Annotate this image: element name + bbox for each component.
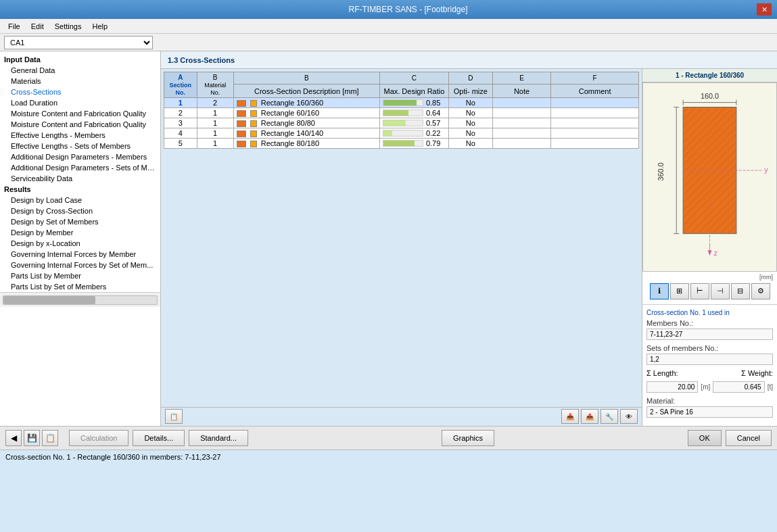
sidebar-item-general-data[interactable]: General Data	[0, 65, 160, 76]
members-no-label: Members No.:	[646, 319, 773, 327]
sidebar-item-design-load-case[interactable]: Design by Load Case	[0, 195, 160, 205]
settings-icon-btn[interactable]: ⚙	[751, 283, 770, 299]
table-row[interactable]: 5 1 Rectangle 80/180 0.79 No	[164, 139, 639, 149]
sidebar-item-moisture-1[interactable]: Moisture Content and Fabrication Quality	[0, 108, 160, 119]
length-value-input[interactable]	[646, 381, 698, 393]
table-row[interactable]: 4 1 Rectangle 140/140 0.22 No	[164, 128, 639, 139]
length-value-row: [m] [t]	[646, 381, 773, 393]
sidebar-item-adp-members[interactable]: Additional Design Parameters - Members	[0, 151, 160, 162]
sidebar-item-parts-set[interactable]: Parts List by Set of Members	[0, 281, 160, 292]
material-no-cell: 1	[197, 128, 233, 139]
table-right-btn-group: 📥 📤 🔧 👁	[561, 409, 638, 424]
cancel-button[interactable]: Cancel	[726, 430, 772, 446]
input-data-section: Input Data	[0, 54, 160, 65]
content-area: Input Data General Data Materials Cross-…	[0, 51, 777, 426]
optimize-cell: No	[448, 118, 492, 128]
sets-members-input[interactable]	[646, 354, 773, 365]
sidebar-item-moisture-2[interactable]: Moisture Content and Fabrication Quality	[0, 119, 160, 130]
sidebar-item-design-x-location[interactable]: Design by x-Location	[0, 238, 160, 249]
members-no-input[interactable]	[646, 329, 773, 340]
info-icon-btn[interactable]: ℹ	[650, 283, 669, 299]
col-d-header: D	[448, 72, 492, 84]
col-b-material-header: BMaterialNo.	[197, 72, 233, 98]
sidebar-item-design-member[interactable]: Design by Member	[0, 227, 160, 238]
sidebar-item-cross-sections[interactable]: Cross-Sections	[0, 87, 160, 97]
sets-members-label: Sets of members No.:	[646, 344, 773, 352]
sidebar-item-gov-forces-set[interactable]: Governing Internal Forces by Set of Mem.…	[0, 260, 160, 270]
note-cell	[492, 118, 550, 128]
calculation-button[interactable]: Calculation	[69, 430, 128, 446]
optimize-cell: No	[448, 98, 492, 108]
preview-canvas: 160.0	[642, 82, 777, 272]
details-button[interactable]: Details...	[133, 430, 185, 446]
sidebar-item-parts-member[interactable]: Parts List by Member	[0, 270, 160, 281]
measure-v-icon-btn[interactable]: ⊣	[711, 283, 730, 299]
col-comment-subheader: Comment	[551, 84, 639, 98]
table-toolbar: 📋 📥 📤 🔧 👁	[161, 407, 642, 426]
material-input[interactable]	[646, 406, 773, 418]
filter-button[interactable]: 🔧	[601, 409, 618, 424]
cross-section-used-title: Cross-section No. 1 used in	[646, 309, 773, 316]
col-desc-subheader: Cross-Section Description [mm]	[233, 84, 379, 98]
grid-icon-btn[interactable]: ⊟	[731, 283, 750, 299]
sidebar: Input Data General Data Materials Cross-…	[0, 51, 161, 426]
section-no-cell: 5	[164, 139, 197, 149]
table-row[interactable]: 2 1 Rectangle 60/160 0.64 No	[164, 108, 639, 118]
sidebar-item-design-cross-section[interactable]: Design by Cross-Section	[0, 205, 160, 216]
col-note-subheader: Note	[492, 84, 550, 98]
sum-weight-label: Σ Weight:	[741, 369, 773, 377]
sidebar-item-eff-lengths-sets[interactable]: Effective Lengths - Sets of Members	[0, 141, 160, 151]
col-ratio-subheader: Max. Design Ratio	[379, 84, 448, 98]
optimize-cell: No	[448, 128, 492, 139]
window-title: RF-TIMBER SANS - [Footbridge]	[60, 5, 757, 14]
table-row[interactable]: 1 2 Rectangle 160/360 0.85 No	[164, 98, 639, 108]
menu-help[interactable]: Help	[87, 21, 113, 32]
menu-edit[interactable]: Edit	[26, 21, 49, 32]
ok-button[interactable]: OK	[688, 430, 722, 446]
view-button[interactable]: 👁	[620, 409, 638, 424]
measure-h-icon-btn[interactable]: ⊢	[690, 283, 709, 299]
ca-dropdown[interactable]: CA1	[4, 36, 153, 49]
sidebar-scrollbar[interactable]	[0, 292, 160, 307]
comment-cell	[551, 128, 639, 139]
sidebar-item-load-duration[interactable]: Load Duration	[0, 97, 160, 108]
section-no-cell: 1	[164, 98, 197, 108]
save-btn[interactable]: 💾	[24, 430, 40, 446]
back-btn[interactable]: ◀	[5, 430, 22, 446]
mm-label: [mm]	[642, 273, 777, 281]
sidebar-item-gov-forces-member[interactable]: Governing Internal Forces by Member	[0, 249, 160, 260]
close-button[interactable]: ✕	[757, 3, 772, 16]
weight-value-input[interactable]	[713, 381, 764, 393]
description-cell: Rectangle 80/80	[233, 118, 379, 128]
standard-button[interactable]: Standard...	[189, 430, 248, 446]
graphics-button[interactable]: Graphics	[442, 430, 494, 446]
note-cell	[492, 139, 550, 149]
comment-cell	[551, 139, 639, 149]
print-btn[interactable]: 📋	[42, 430, 58, 446]
status-bar: Cross-section No. 1 - Rectangle 160/360 …	[0, 450, 777, 464]
col-c-header: C	[379, 72, 448, 84]
sidebar-item-serviceability[interactable]: Serviceability Data	[0, 173, 160, 184]
resize-icon-btn[interactable]: ⊞	[670, 283, 689, 299]
sidebar-item-eff-lengths-members[interactable]: Effective Lengths - Members	[0, 130, 160, 141]
description-cell: Rectangle 160/360	[233, 98, 379, 108]
sidebar-item-adp-sets[interactable]: Additional Design Parameters - Sets of M…	[0, 162, 160, 173]
ca-row: CA1	[0, 34, 777, 51]
section-no-cell: 2	[164, 108, 197, 118]
table-row[interactable]: 3 1 Rectangle 80/80 0.57 No	[164, 118, 639, 128]
svg-text:y: y	[764, 166, 768, 174]
menu-settings[interactable]: Settings	[49, 21, 87, 32]
description-cell: Rectangle 140/140	[233, 128, 379, 139]
col-e-header: E	[492, 72, 550, 84]
sidebar-item-design-set-members[interactable]: Design by Set of Members	[0, 216, 160, 227]
add-row-button[interactable]: 📋	[165, 409, 183, 424]
ratio-cell: 0.57	[379, 118, 448, 128]
import-button[interactable]: 📥	[561, 409, 579, 424]
col-f-header: F	[551, 72, 639, 84]
bottom-bar: ◀ 💾 📋 Calculation Details... Standard...…	[0, 426, 777, 450]
sidebar-item-materials[interactable]: Materials	[0, 76, 160, 87]
menu-file[interactable]: File	[3, 21, 26, 32]
section-no-cell: 4	[164, 128, 197, 139]
export-button[interactable]: 📤	[581, 409, 598, 424]
table-left-btn-group: 📋	[165, 409, 183, 424]
